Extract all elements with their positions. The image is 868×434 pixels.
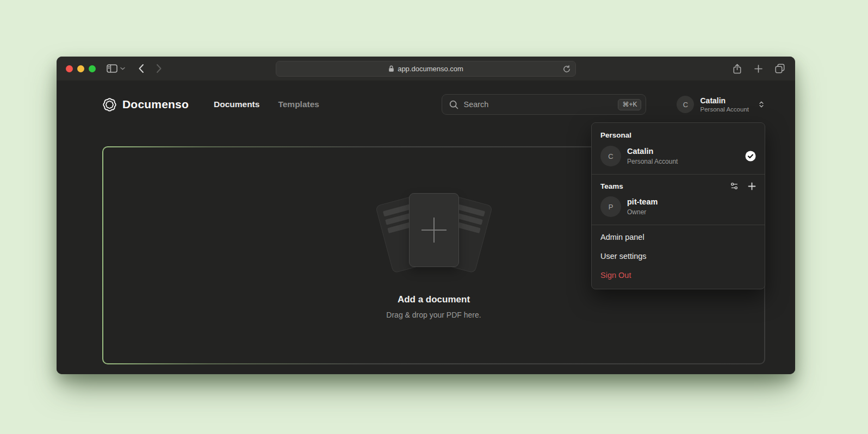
divider — [592, 174, 765, 175]
address-bar[interactable]: app.documenso.com — [276, 61, 576, 77]
menu-item-user-settings[interactable]: User settings — [592, 247, 765, 266]
search-shortcut-badge: ⌘+K — [618, 99, 641, 110]
selected-check-icon — [745, 151, 756, 162]
personal-account-item[interactable]: C Catalin Personal Account — [592, 142, 765, 171]
sidebar-icon — [107, 64, 117, 73]
browser-toolbar: app.documenso.com — [57, 57, 795, 80]
nav-templates[interactable]: Templates — [278, 100, 319, 109]
teams-section-label: Teams — [600, 182, 623, 190]
chevron-down-icon — [120, 67, 125, 70]
chevrons-up-down-icon — [758, 101, 765, 108]
forward-button[interactable] — [156, 64, 162, 73]
app-header: Documenso Documents Templates ⌘+K — [102, 92, 765, 116]
search-icon — [449, 100, 458, 109]
brand[interactable]: Documenso — [102, 97, 189, 112]
teams-section-header: Teams — [592, 177, 765, 193]
avatar: C — [600, 146, 621, 166]
nav-documents[interactable]: Documents — [214, 100, 259, 109]
menu-item-admin-panel[interactable]: Admin panel — [592, 228, 765, 247]
brand-name: Documenso — [122, 98, 189, 111]
zoom-window-button[interactable] — [89, 65, 96, 72]
app-page: Documenso Documents Templates ⌘+K — [57, 80, 795, 374]
minimize-window-button[interactable] — [77, 65, 84, 72]
team-name: pit-team — [627, 197, 658, 207]
avatar: C — [677, 96, 694, 113]
url-text: app.documenso.com — [398, 65, 463, 73]
back-button[interactable] — [138, 64, 144, 73]
manage-teams-icon[interactable] — [730, 182, 739, 190]
documents-illustration — [366, 192, 502, 283]
team-role: Owner — [627, 208, 658, 216]
menu-item-sign-out[interactable]: Sign Out — [592, 266, 765, 285]
divider — [592, 225, 765, 225]
close-window-button[interactable] — [66, 65, 73, 72]
documenso-logo-icon — [102, 97, 117, 112]
account-name: Catalin — [627, 147, 678, 156]
dropzone-subtitle: Drag & drop your PDF here. — [386, 311, 481, 319]
dropzone-title: Add a document — [398, 294, 470, 305]
add-team-icon[interactable] — [748, 182, 756, 190]
search-input[interactable] — [463, 100, 613, 109]
tab-overview-icon[interactable] — [775, 64, 785, 73]
main-nav: Documents Templates — [214, 100, 319, 109]
browser-window: app.documenso.com — [57, 57, 795, 374]
account-name: Catalin — [700, 96, 749, 106]
lock-icon — [388, 65, 394, 72]
search-bar[interactable]: ⌘+K — [442, 94, 646, 115]
reload-icon[interactable] — [563, 65, 571, 73]
personal-section-label: Personal — [592, 126, 765, 142]
add-document-card-plus-icon — [409, 193, 459, 267]
desktop: app.documenso.com — [0, 0, 868, 434]
account-subtitle: Personal Account — [700, 106, 749, 113]
history-nav — [138, 64, 162, 73]
traffic-lights — [66, 57, 96, 80]
team-item[interactable]: P pit-team Owner — [592, 193, 765, 222]
toolbar-right-controls — [733, 57, 785, 80]
toolbar-left-controls — [107, 57, 162, 80]
share-icon[interactable] — [733, 64, 742, 74]
new-tab-icon[interactable] — [754, 65, 762, 73]
sidebar-toggle-button[interactable] — [107, 64, 125, 73]
account-subtitle: Personal Account — [627, 158, 678, 165]
team-avatar: P — [600, 196, 621, 217]
account-menu-trigger[interactable]: C Catalin Personal Account — [677, 96, 765, 113]
account-dropdown-menu: Personal C Catalin Personal Account Team… — [591, 122, 765, 289]
